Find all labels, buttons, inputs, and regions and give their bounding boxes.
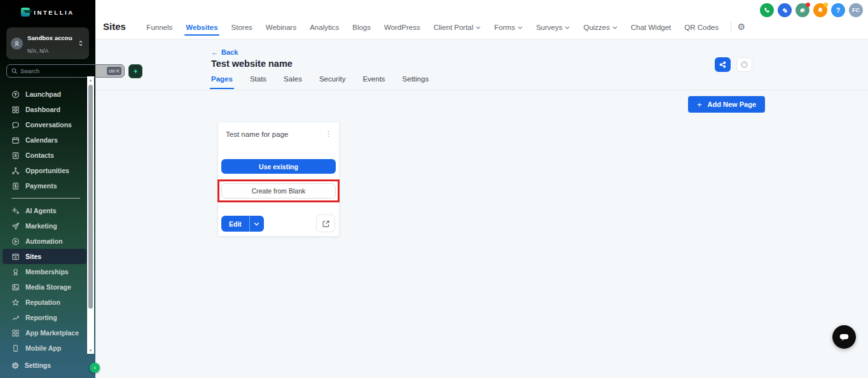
sidebar-nav: Launchpad Dashboard Conversations Calend… — [0, 87, 95, 356]
tab-settings[interactable]: Settings — [403, 75, 429, 89]
tab-analytics[interactable]: Analytics — [310, 16, 339, 39]
launchpad-icon — [11, 90, 20, 99]
sidebar-item-opportunities[interactable]: Opportunities — [3, 163, 86, 178]
tab-events[interactable]: Events — [362, 75, 385, 89]
announcements-button[interactable] — [796, 3, 809, 17]
chevron-down-icon — [254, 222, 259, 226]
sidebar-item-label: Mobile App — [25, 344, 61, 352]
annotation-highlight-box: Create from Blank — [217, 179, 340, 202]
tab-wordpress[interactable]: WordPress — [384, 16, 420, 39]
scroll-down-arrow-icon[interactable]: ▼ — [87, 347, 94, 354]
sidebar-item-settings[interactable]: ⚙ Settings — [0, 356, 95, 374]
edit-dropdown-button[interactable] — [250, 216, 264, 232]
sidebar-item-label: Contacts — [25, 151, 54, 159]
chat-widget-button[interactable] — [832, 325, 856, 349]
tab-stats[interactable]: Stats — [250, 75, 266, 89]
sites-settings-gear-icon[interactable]: ⚙ — [737, 22, 745, 32]
sidebar-item-label: Opportunities — [25, 167, 69, 174]
help-button[interactable]: ? — [831, 3, 845, 17]
brand-logo-icon — [21, 8, 30, 17]
sidebar-item-payments[interactable]: Payments — [3, 178, 86, 193]
unfold-chevrons-icon — [77, 39, 85, 47]
tab-funnels[interactable]: Funnels — [146, 16, 172, 39]
topbar-title: Sites — [103, 21, 126, 32]
tab-qr-codes[interactable]: QR Codes — [684, 16, 719, 39]
edit-button[interactable]: Edit — [221, 216, 250, 232]
bell-icon — [816, 6, 824, 14]
tab-blogs[interactable]: Blogs — [352, 16, 371, 39]
sidebar-item-ai-agents[interactable]: AI Agents — [3, 203, 86, 218]
sidebar-item-calendars[interactable]: Calendars — [3, 132, 86, 148]
account-name: Sandbox account — [27, 34, 72, 41]
chevron-down-icon — [476, 26, 481, 29]
tabs-divider — [95, 90, 868, 90]
memberships-icon — [11, 268, 20, 276]
ai-agents-icon — [11, 207, 20, 215]
tab-quizzes[interactable]: Quizzes — [583, 16, 617, 39]
tab-pages[interactable]: Pages — [211, 75, 233, 89]
back-arrow-icon: ← — [211, 48, 218, 56]
sidebar-item-memberships[interactable]: Memberships — [3, 264, 86, 279]
sidebar-item-launchpad[interactable]: Launchpad — [3, 87, 86, 102]
search-shortcut-badge: ctrl K — [107, 67, 121, 75]
tab-websites[interactable]: Websites — [186, 16, 217, 39]
kebab-menu-icon[interactable]: ⋮ — [324, 130, 333, 137]
preview-page-button[interactable] — [316, 214, 335, 232]
create-from-blank-button[interactable]: Create from Blank — [221, 183, 336, 199]
sidebar-item-label: Automation — [25, 237, 62, 245]
back-label: Back — [221, 48, 238, 56]
sidebar-item-reporting[interactable]: Reporting — [3, 310, 86, 325]
notification-dot — [823, 3, 828, 7]
sidebar-item-conversations[interactable]: Conversations — [3, 117, 86, 132]
tab-webinars[interactable]: Webinars — [266, 16, 296, 39]
sidebar-item-marketing[interactable]: Marketing — [3, 218, 86, 234]
chat-bubble-icon — [838, 331, 850, 343]
sidebar-item-media-storage[interactable]: Media Storage — [3, 279, 86, 295]
tab-stores[interactable]: Stores — [231, 16, 252, 39]
chevron-down-icon — [565, 26, 570, 29]
quick-actions-button[interactable]: ✦ — [128, 64, 142, 78]
marketing-icon — [11, 222, 20, 230]
share-button[interactable] — [715, 57, 731, 72]
back-link[interactable]: ← Back — [211, 48, 238, 56]
sidebar-item-app-marketplace[interactable]: App Marketplace — [3, 325, 86, 340]
tab-chat-widget[interactable]: Chat Widget — [631, 16, 671, 39]
scrollbar-thumb[interactable] — [88, 85, 93, 309]
sidebar: INTELLIA Sandbox account N/A, N/A ctrl K… — [0, 0, 95, 378]
sidebar-item-dashboard[interactable]: Dashboard — [3, 102, 86, 117]
phone-button[interactable] — [760, 3, 774, 17]
sidebar-item-contacts[interactable]: Contacts — [3, 148, 86, 163]
tab-sales[interactable]: Sales — [284, 75, 302, 89]
sidebar-item-label: Memberships — [25, 268, 69, 276]
sidebar-item-label: Launchpad — [25, 90, 61, 98]
tab-client-portal[interactable]: Client Portal — [434, 16, 481, 39]
sidebar-item-label: Calendars — [25, 136, 58, 144]
tab-surveys[interactable]: Surveys — [536, 16, 570, 39]
sidebar-scrollbar[interactable]: ▲ ▼ — [87, 76, 94, 354]
main-content: ← Back Test website name Pages Stats Sal… — [95, 39, 868, 378]
account-avatar-icon — [11, 38, 23, 50]
sidebar-item-automation[interactable]: Automation — [3, 234, 86, 249]
sidebar-item-reputation[interactable]: Reputation — [3, 295, 86, 310]
search-box[interactable]: ctrl K — [6, 64, 125, 78]
account-subtitle: N/A, N/A — [27, 48, 48, 54]
tab-forms[interactable]: Forms — [494, 16, 523, 39]
sidebar-item-sites[interactable]: Sites — [3, 249, 86, 264]
ticket-button[interactable] — [778, 3, 792, 17]
media-storage-icon — [11, 283, 20, 291]
conversations-icon — [11, 121, 20, 129]
account-switcher[interactable]: Sandbox account N/A, N/A — [6, 27, 89, 59]
share-icon — [719, 60, 727, 69]
sidebar-item-mobile-app[interactable]: Mobile App — [3, 340, 86, 356]
sidebar-collapse-button[interactable]: ‹ — [90, 363, 100, 373]
status-button[interactable] — [736, 57, 752, 72]
sparkle-icon: ✦ — [132, 67, 138, 76]
notification-dot — [806, 3, 810, 7]
notifications-button[interactable] — [813, 3, 827, 17]
user-avatar[interactable]: FC — [849, 3, 863, 17]
tab-security[interactable]: Security — [319, 75, 346, 89]
search-input[interactable] — [20, 67, 104, 74]
add-new-page-button[interactable]: + Add New Page — [688, 96, 765, 113]
scroll-up-arrow-icon[interactable]: ▲ — [87, 76, 94, 83]
use-existing-button[interactable]: Use existing — [221, 159, 336, 174]
